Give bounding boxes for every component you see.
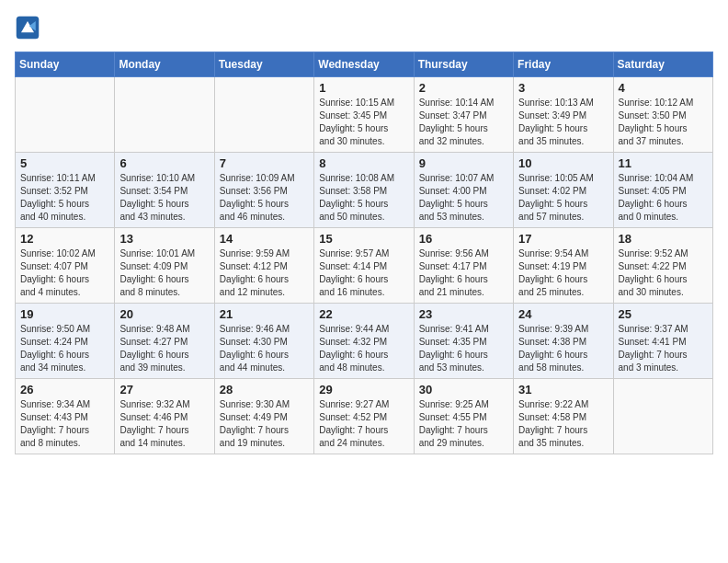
day-number: 30 xyxy=(419,383,508,396)
weekday-header-monday: Monday xyxy=(115,52,214,77)
day-info: Sunrise: 9:59 AM Sunset: 4:12 PM Dayligh… xyxy=(220,247,309,299)
day-info: Sunrise: 10:10 AM Sunset: 3:54 PM Daylig… xyxy=(119,172,209,224)
day-info: Sunrise: 9:27 AM Sunset: 4:52 PM Dayligh… xyxy=(319,398,408,450)
calendar-cell: 10Sunrise: 10:05 AM Sunset: 4:02 PM Dayl… xyxy=(514,153,613,228)
calendar-header: SundayMondayTuesdayWednesdayThursdayFrid… xyxy=(16,52,713,77)
calendar-table: SundayMondayTuesdayWednesdayThursdayFrid… xyxy=(15,52,713,454)
day-info: Sunrise: 9:44 AM Sunset: 4:32 PM Dayligh… xyxy=(319,323,408,374)
calendar-cell xyxy=(214,77,313,153)
day-number: 14 xyxy=(220,232,309,246)
calendar-cell: 20Sunrise: 9:48 AM Sunset: 4:27 PM Dayli… xyxy=(115,304,214,379)
logo-icon xyxy=(15,15,40,40)
day-number: 25 xyxy=(619,307,708,321)
calendar-cell: 27Sunrise: 9:32 AM Sunset: 4:46 PM Dayli… xyxy=(115,379,214,454)
calendar-cell: 21Sunrise: 9:46 AM Sunset: 4:30 PM Dayli… xyxy=(214,304,313,379)
calendar-cell: 9Sunrise: 10:07 AM Sunset: 4:00 PM Dayli… xyxy=(414,153,513,228)
day-number: 29 xyxy=(319,383,408,396)
calendar-cell: 24Sunrise: 9:39 AM Sunset: 4:38 PM Dayli… xyxy=(514,304,613,379)
day-info: Sunrise: 9:54 AM Sunset: 4:19 PM Dayligh… xyxy=(518,247,608,299)
day-info: Sunrise: 10:11 AM Sunset: 3:52 PM Daylig… xyxy=(20,172,109,224)
day-number: 11 xyxy=(619,156,708,170)
day-number: 10 xyxy=(518,156,608,170)
weekday-header-sunday: Sunday xyxy=(16,52,115,77)
day-number: 2 xyxy=(419,81,508,95)
calendar-cell: 16Sunrise: 9:56 AM Sunset: 4:17 PM Dayli… xyxy=(414,228,513,304)
page-header xyxy=(15,15,713,40)
calendar-cell xyxy=(115,77,214,153)
day-info: Sunrise: 10:02 AM Sunset: 4:07 PM Daylig… xyxy=(20,247,109,299)
day-info: Sunrise: 9:57 AM Sunset: 4:14 PM Dayligh… xyxy=(319,247,408,299)
calendar-cell: 7Sunrise: 10:09 AM Sunset: 3:56 PM Dayli… xyxy=(214,153,313,228)
calendar-cell: 15Sunrise: 9:57 AM Sunset: 4:14 PM Dayli… xyxy=(314,228,414,304)
day-info: Sunrise: 9:48 AM Sunset: 4:27 PM Dayligh… xyxy=(119,323,209,374)
weekday-header-wednesday: Wednesday xyxy=(314,52,414,77)
calendar-cell: 8Sunrise: 10:08 AM Sunset: 3:58 PM Dayli… xyxy=(314,153,414,228)
day-number: 22 xyxy=(319,307,408,321)
day-info: Sunrise: 10:15 AM Sunset: 3:45 PM Daylig… xyxy=(319,97,408,148)
calendar-cell: 31Sunrise: 9:22 AM Sunset: 4:58 PM Dayli… xyxy=(514,379,613,454)
weekday-header-thursday: Thursday xyxy=(414,52,513,77)
day-number: 17 xyxy=(518,232,608,246)
logo xyxy=(15,15,44,40)
day-info: Sunrise: 10:14 AM Sunset: 3:47 PM Daylig… xyxy=(419,97,508,148)
day-number: 16 xyxy=(419,232,508,246)
calendar-cell: 6Sunrise: 10:10 AM Sunset: 3:54 PM Dayli… xyxy=(115,153,214,228)
day-number: 9 xyxy=(419,156,508,170)
day-number: 13 xyxy=(119,232,209,246)
day-number: 18 xyxy=(619,232,708,246)
day-number: 3 xyxy=(518,81,608,95)
calendar-cell: 29Sunrise: 9:27 AM Sunset: 4:52 PM Dayli… xyxy=(314,379,414,454)
calendar-cell: 25Sunrise: 9:37 AM Sunset: 4:41 PM Dayli… xyxy=(613,304,712,379)
calendar-week-3: 12Sunrise: 10:02 AM Sunset: 4:07 PM Dayl… xyxy=(16,228,713,304)
calendar-cell xyxy=(613,379,712,454)
calendar-body: 1Sunrise: 10:15 AM Sunset: 3:45 PM Dayli… xyxy=(16,77,713,454)
weekday-header-saturday: Saturday xyxy=(613,52,712,77)
day-number: 15 xyxy=(319,232,408,246)
calendar-cell: 1Sunrise: 10:15 AM Sunset: 3:45 PM Dayli… xyxy=(314,77,414,153)
calendar-cell: 2Sunrise: 10:14 AM Sunset: 3:47 PM Dayli… xyxy=(414,77,513,153)
day-info: Sunrise: 10:08 AM Sunset: 3:58 PM Daylig… xyxy=(319,172,408,224)
day-number: 27 xyxy=(119,383,209,396)
day-info: Sunrise: 10:05 AM Sunset: 4:02 PM Daylig… xyxy=(518,172,608,224)
day-info: Sunrise: 9:25 AM Sunset: 4:55 PM Dayligh… xyxy=(419,398,508,450)
calendar-cell: 23Sunrise: 9:41 AM Sunset: 4:35 PM Dayli… xyxy=(414,304,513,379)
day-info: Sunrise: 9:22 AM Sunset: 4:58 PM Dayligh… xyxy=(518,398,608,450)
day-info: Sunrise: 9:56 AM Sunset: 4:17 PM Dayligh… xyxy=(419,247,508,299)
calendar-cell: 26Sunrise: 9:34 AM Sunset: 4:43 PM Dayli… xyxy=(16,379,115,454)
day-number: 7 xyxy=(220,156,309,170)
day-number: 21 xyxy=(220,307,309,321)
day-info: Sunrise: 9:30 AM Sunset: 4:49 PM Dayligh… xyxy=(220,398,309,450)
day-number: 19 xyxy=(20,307,109,321)
day-number: 12 xyxy=(20,232,109,246)
calendar-cell: 19Sunrise: 9:50 AM Sunset: 4:24 PM Dayli… xyxy=(16,304,115,379)
day-info: Sunrise: 9:39 AM Sunset: 4:38 PM Dayligh… xyxy=(518,323,608,374)
calendar-cell: 5Sunrise: 10:11 AM Sunset: 3:52 PM Dayli… xyxy=(16,153,115,228)
day-number: 28 xyxy=(220,383,309,396)
day-info: Sunrise: 9:50 AM Sunset: 4:24 PM Dayligh… xyxy=(20,323,109,374)
day-info: Sunrise: 9:41 AM Sunset: 4:35 PM Dayligh… xyxy=(419,323,508,374)
calendar-cell: 17Sunrise: 9:54 AM Sunset: 4:19 PM Dayli… xyxy=(514,228,613,304)
calendar-cell: 30Sunrise: 9:25 AM Sunset: 4:55 PM Dayli… xyxy=(414,379,513,454)
weekday-header-row: SundayMondayTuesdayWednesdayThursdayFrid… xyxy=(16,52,713,77)
day-number: 20 xyxy=(119,307,209,321)
calendar-cell xyxy=(16,77,115,153)
day-info: Sunrise: 10:01 AM Sunset: 4:09 PM Daylig… xyxy=(119,247,209,299)
calendar-week-4: 19Sunrise: 9:50 AM Sunset: 4:24 PM Dayli… xyxy=(16,304,713,379)
day-info: Sunrise: 9:52 AM Sunset: 4:22 PM Dayligh… xyxy=(619,247,708,299)
day-number: 8 xyxy=(319,156,408,170)
calendar-cell: 14Sunrise: 9:59 AM Sunset: 4:12 PM Dayli… xyxy=(214,228,313,304)
day-info: Sunrise: 9:46 AM Sunset: 4:30 PM Dayligh… xyxy=(220,323,309,374)
weekday-header-tuesday: Tuesday xyxy=(214,52,313,77)
day-number: 1 xyxy=(319,81,408,95)
day-info: Sunrise: 10:09 AM Sunset: 3:56 PM Daylig… xyxy=(220,172,309,224)
day-number: 26 xyxy=(20,383,109,396)
day-number: 23 xyxy=(419,307,508,321)
day-number: 4 xyxy=(619,81,708,95)
calendar-cell: 22Sunrise: 9:44 AM Sunset: 4:32 PM Dayli… xyxy=(314,304,414,379)
day-info: Sunrise: 9:37 AM Sunset: 4:41 PM Dayligh… xyxy=(619,323,708,374)
calendar-cell: 13Sunrise: 10:01 AM Sunset: 4:09 PM Dayl… xyxy=(115,228,214,304)
day-info: Sunrise: 9:32 AM Sunset: 4:46 PM Dayligh… xyxy=(119,398,209,450)
weekday-header-friday: Friday xyxy=(514,52,613,77)
day-info: Sunrise: 9:34 AM Sunset: 4:43 PM Dayligh… xyxy=(20,398,109,450)
calendar-cell: 18Sunrise: 9:52 AM Sunset: 4:22 PM Dayli… xyxy=(613,228,712,304)
